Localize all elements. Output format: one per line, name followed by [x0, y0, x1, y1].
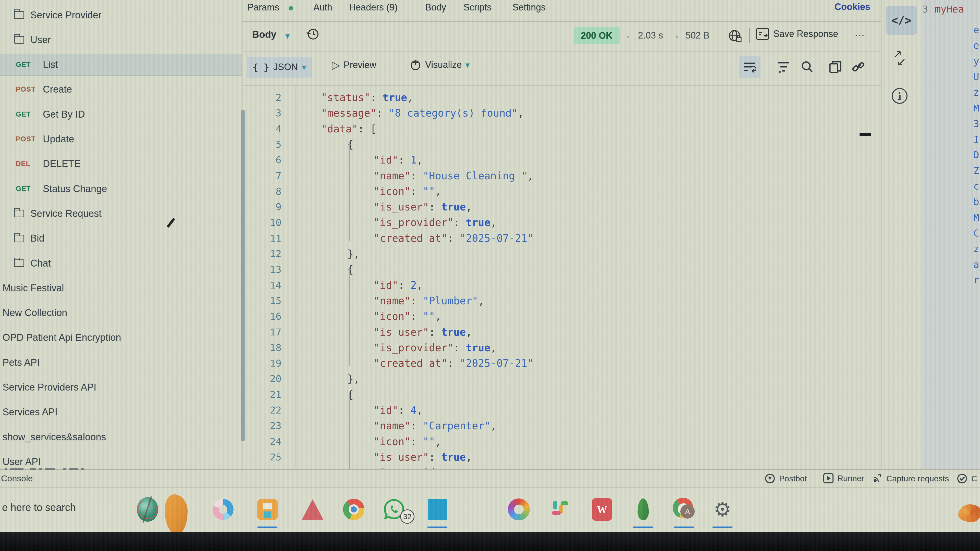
console-button[interactable]: Console: [1, 473, 33, 483]
params-modified-dot: [289, 6, 293, 11]
running-app-underline: [258, 527, 277, 528]
monitor-bezel: [0, 532, 980, 551]
code-snippet-button[interactable]: </>: [886, 6, 917, 35]
save-response-button[interactable]: Save Response: [756, 28, 838, 40]
globe-icon[interactable]: [136, 495, 159, 524]
sidebar-item-chat[interactable]: Chat: [0, 252, 242, 274]
response-size[interactable]: 502 B: [686, 30, 710, 41]
peel-icon[interactable]: [165, 495, 188, 524]
snippet-char: D: [974, 149, 979, 160]
swirl-icon[interactable]: [508, 495, 530, 524]
sidebar-item-pets-api[interactable]: Pets API: [0, 351, 242, 373]
network-lock-icon[interactable]: [726, 27, 744, 45]
sidebar-item-service-provider[interactable]: Service Provider: [0, 4, 242, 26]
sidebar-item-bid[interactable]: Bid: [0, 227, 242, 249]
json-line-5: 5{: [242, 137, 859, 152]
line-number: 20: [245, 373, 282, 384]
line-number: 2: [245, 92, 282, 103]
json-line-9: 9"is_user": true,: [242, 199, 859, 214]
collections-sidebar: Service ProviderUserGETListPOSTCreateGET…: [0, 0, 242, 469]
request-panel: ParamsAuthHeaders (9)BodyScriptsSettings…: [242, 0, 881, 469]
sidebar-item-label: Status Change: [43, 183, 107, 194]
running-app-underline: [674, 527, 694, 528]
link-icon[interactable]: [850, 58, 867, 76]
tab-scripts[interactable]: Scripts: [463, 2, 492, 13]
chevron-down-icon: ▾: [465, 60, 469, 70]
sidebar-item-delete[interactable]: DELDELETE: [0, 153, 242, 175]
status-check[interactable]: C: [956, 473, 977, 484]
snippet-line-number: 3: [922, 3, 928, 15]
json-line-7: 7"name": "House Cleaning ",: [242, 168, 859, 183]
sidebar-item-status-change[interactable]: GETStatus Change: [0, 178, 242, 200]
word-icon[interactable]: W: [590, 495, 614, 524]
swap-arrows-icon[interactable]: ↗↙: [891, 48, 912, 69]
sidebar-item-list[interactable]: GETList: [0, 54, 242, 76]
info-icon[interactable]: i: [892, 88, 907, 104]
sidebar-item-opd-patient-api-encryption[interactable]: OPD Patient Api Encryption: [0, 327, 242, 349]
settings-gear-icon[interactable]: ⚙: [711, 495, 734, 524]
status-footer: Console Postbot Runner Capture requests …: [0, 469, 980, 487]
sidebar-item-label: User: [30, 35, 51, 45]
tab-headers-9-[interactable]: Headers (9): [349, 2, 398, 13]
response-body-json[interactable]: 2"status": true,3"message": "8 category(…: [242, 85, 859, 469]
folder-icon: [14, 36, 24, 44]
response-scrollbar-thumb[interactable]: [859, 133, 871, 136]
sidebar-item-create[interactable]: POSTCreate: [0, 79, 242, 100]
response-view-select[interactable]: Body: [252, 29, 277, 40]
mongodb-icon[interactable]: [632, 495, 655, 524]
snippet-char: e: [974, 40, 979, 51]
status-badge[interactable]: 200 OK: [574, 27, 620, 44]
sidebar-item-get-by-id[interactable]: GETGet By ID: [0, 103, 242, 125]
running-app-underline: [633, 527, 653, 528]
sidebar-item-label: show_services&saloons: [3, 432, 106, 443]
tab-body[interactable]: Body: [425, 2, 446, 13]
filter-icon[interactable]: [775, 58, 793, 76]
sidebar-item-label: Update: [43, 134, 74, 144]
json-line-25: 25"is_user": true,: [242, 449, 859, 465]
more-options-icon[interactable]: ⋯: [854, 29, 865, 41]
flame-icon[interactable]: [958, 495, 980, 524]
pie-icon[interactable]: [212, 495, 234, 524]
braces-icon: { }: [253, 62, 269, 73]
method-badge: GET: [16, 185, 38, 193]
copy-icon[interactable]: [826, 58, 844, 76]
response-time[interactable]: 2.03 s: [638, 30, 663, 41]
snippet-char: 3: [974, 118, 979, 129]
tab-auth[interactable]: Auth: [313, 2, 332, 13]
vscode-icon[interactable]: [426, 495, 449, 524]
tab-settings[interactable]: Settings: [512, 2, 546, 13]
history-icon[interactable]: [306, 27, 320, 41]
cookies-link[interactable]: Cookies: [835, 2, 870, 12]
home-icon[interactable]: [256, 495, 279, 524]
runner-button[interactable]: Runner: [823, 473, 864, 484]
sidebar-item-new-collection[interactable]: New Collection: [0, 302, 242, 324]
wrap-text-button[interactable]: [738, 56, 760, 78]
visualize-button[interactable]: Visualize ▾: [409, 59, 470, 71]
sidebar-item-user[interactable]: User: [0, 29, 242, 51]
chrome-icon[interactable]: [342, 495, 365, 524]
chevron-down-icon[interactable]: ▾: [285, 30, 290, 41]
response-meta-row: Body ▾ 200 OK 2.03 s 502 B Save Response…: [242, 21, 881, 51]
sidebar-item-music-festival[interactable]: Music Festival: [0, 277, 242, 299]
preview-button[interactable]: ▷ Preview: [332, 59, 376, 71]
format-select[interactable]: { } JSON ▾: [247, 57, 312, 78]
line-number: 6: [245, 154, 282, 165]
sidebar-item-update[interactable]: POSTUpdate: [0, 128, 242, 150]
sidebar-item-service-providers-api[interactable]: Service Providers API: [0, 376, 242, 399]
check-circle-icon: [956, 473, 968, 484]
taskbar-search-input[interactable]: e here to search: [2, 502, 76, 513]
tab-params[interactable]: Params: [248, 2, 279, 13]
triangle-icon[interactable]: [301, 495, 324, 524]
windows-taskbar: e here to search WA⚙ 32: [0, 487, 980, 532]
capture-requests-button[interactable]: Capture requests: [872, 473, 949, 484]
sidebar-item-show-services-saloons[interactable]: show_services&saloons: [0, 426, 242, 448]
search-icon[interactable]: [798, 58, 816, 76]
slack-icon[interactable]: [549, 495, 572, 524]
chrome-profile-icon[interactable]: A: [673, 495, 696, 524]
line-number: 5: [245, 139, 282, 150]
sidebar-item-service-request[interactable]: Service Request: [0, 203, 242, 224]
running-app-underline: [428, 527, 447, 528]
sidebar-item-services-api[interactable]: Services API: [0, 401, 242, 423]
postbot-button[interactable]: Postbot: [764, 473, 807, 484]
method-badge: POST: [16, 135, 38, 143]
